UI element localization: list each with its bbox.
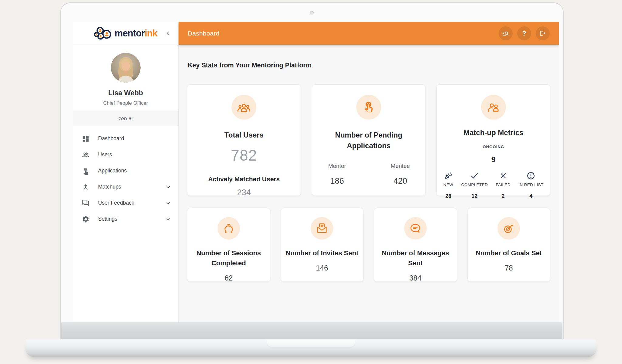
goals-set-card: Number of Goals Set 78 (467, 208, 551, 282)
card-title: Number of Sessions Completed (192, 248, 266, 268)
brand-logo[interactable]: mentorink (94, 26, 157, 40)
card-title: Match-up Metrics (437, 128, 550, 138)
laptop-base (26, 339, 596, 357)
logout-button[interactable] (536, 26, 550, 40)
profile-role: Chief People Officer (76, 100, 175, 106)
invites-sent-value: 146 (281, 264, 364, 272)
brand-name: mentorink (114, 29, 157, 38)
session-talk-icon (217, 217, 240, 240)
sidebar-item-users[interactable]: Users (73, 147, 178, 163)
pending-columns: Mentor 186 Mentee 420 (312, 163, 425, 186)
mentor-column: Mentor 186 (323, 163, 351, 186)
sidebar-item-user-feedback[interactable]: User Feedback (73, 195, 178, 211)
messages-sent-card: Number of Messages Sent 384 (374, 208, 457, 282)
chevron-down-icon (166, 184, 171, 190)
help-button[interactable]: ? (517, 26, 531, 40)
metric-new: NEW 28 (443, 171, 453, 199)
laptop-base-notch (267, 339, 355, 348)
actively-matched-label: Actively Matched Users (187, 175, 301, 183)
metric-failed: FAILED 2 (496, 171, 511, 199)
actively-matched-value: 234 (187, 188, 301, 197)
header-actions: ? (499, 26, 550, 40)
merge-icon (82, 183, 90, 191)
avatar (111, 53, 141, 83)
sidebar-item-matchups[interactable]: Matchups (73, 179, 178, 195)
app-header: Dashboard ? (179, 22, 559, 45)
sidebar-collapse-button[interactable] (164, 29, 172, 38)
sidebar-item-settings[interactable]: Settings (73, 211, 178, 227)
total-users-value: 782 (187, 147, 301, 164)
mentee-pending-value: 420 (387, 176, 414, 186)
pending-applications-card: Number of Pending Applications Mentor 18… (312, 84, 426, 196)
sessions-completed-value: 62 (187, 274, 270, 282)
users-icon (82, 151, 90, 159)
matchup-metrics-card: Match-up Metrics ONGOING 9 (436, 84, 550, 196)
celebration-icon (444, 171, 453, 180)
profile-section: Lisa Webb Chief People Officer (73, 45, 178, 106)
metric-completed: COMPLETED 12 (461, 171, 488, 199)
logo-bar: mentorink (73, 22, 178, 45)
mentor-pending-value: 186 (323, 176, 351, 186)
main-area: Dashboard ? (179, 22, 559, 323)
card-title: Number of Messages Sent (378, 248, 453, 268)
chevron-down-icon (166, 200, 171, 206)
laptop-bezel: mentorink (60, 2, 564, 339)
sidebar-nav: Dashboard Users Applications (73, 126, 178, 227)
goals-set-value: 78 (468, 264, 550, 272)
invites-sent-card: Number of Invites Sent 146 (281, 208, 364, 282)
goal-target-icon (497, 217, 520, 240)
card-title: Number of Invites Sent (285, 248, 359, 258)
invite-mail-icon (311, 217, 333, 240)
app-window: mentorink (73, 22, 559, 323)
message-bubble-icon (404, 217, 427, 240)
card-title: Number of Pending Applications (323, 130, 414, 151)
page-title: Dashboard (188, 30, 220, 37)
chevron-left-icon (165, 30, 171, 36)
ongoing-value: 9 (437, 155, 550, 164)
summary-cards-row: Number of Sessions Completed 62 (187, 208, 550, 282)
organization-label: zen-ai (73, 111, 178, 126)
people-pair-icon (481, 95, 506, 120)
card-title: Number of Goals Set (472, 248, 546, 258)
messages-sent-value: 384 (374, 274, 457, 282)
alert-circle-icon (526, 171, 535, 180)
logo-cluster-icon (94, 26, 113, 40)
sidebar-item-applications[interactable]: Applications (73, 163, 178, 179)
mentee-column: Mentee 420 (387, 163, 414, 186)
laptop-camera (310, 11, 314, 15)
manage-search-icon (502, 30, 509, 37)
touch-app-icon (82, 167, 90, 175)
dashboard-content: Key Stats from Your Mentoring Platform (179, 45, 559, 323)
sidebar: mentorink (73, 22, 179, 323)
laptop-lower-bezel (61, 322, 562, 339)
logout-icon (539, 30, 546, 37)
matchup-metrics-row: NEW 28 COMPLETED 12 (437, 171, 550, 199)
touch-gesture-icon (356, 95, 381, 120)
forum-icon (82, 199, 90, 207)
activity-search-button[interactable] (499, 26, 513, 40)
dashboard-icon (82, 135, 90, 143)
check-icon (470, 171, 479, 180)
sidebar-item-dashboard[interactable]: Dashboard (73, 131, 178, 147)
close-icon (499, 171, 508, 180)
ongoing-label: ONGOING (437, 145, 550, 149)
stat-cards-row: Total Users 782 Actively Matched Users 2… (187, 84, 550, 196)
content-heading: Key Stats from Your Mentoring Platform (188, 62, 550, 69)
metric-in-red-list: IN RED LIST 4 (518, 171, 543, 199)
total-users-card: Total Users 782 Actively Matched Users 2… (187, 84, 301, 196)
question-mark-icon: ? (522, 29, 526, 37)
profile-name: Lisa Webb (76, 89, 175, 97)
chevron-down-icon (166, 216, 171, 222)
card-title: Total Users (187, 130, 301, 141)
gear-icon (82, 215, 90, 223)
page-background: mentorink (0, 0, 622, 364)
group-icon (231, 95, 256, 120)
sessions-completed-card: Number of Sessions Completed 62 (187, 208, 270, 282)
